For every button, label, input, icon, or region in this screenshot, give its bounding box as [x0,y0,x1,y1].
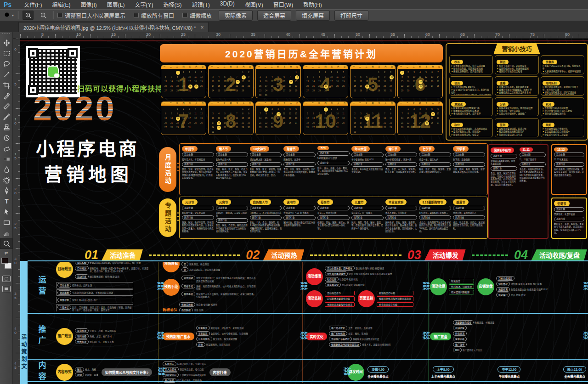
tool-hand[interactable] [0,228,13,238]
menu-item[interactable]: 视图(V) [240,0,268,8]
checkbox-缩放所有窗口[interactable]: 缩放所有窗口 [134,11,174,19]
industry-tag: 适用行业 [216,162,248,167]
branch-text: 社群促单·社群转化 [339,278,358,281]
menu-item[interactable]: 3D(D) [215,0,240,8]
zoom-out-button[interactable] [38,11,49,20]
zoom-tool-icon[interactable]: ▾ [4,11,14,19]
branch-text: 推文预告、服务通知提醒 [213,338,237,341]
tool-brush[interactable] [0,112,13,122]
tool-history-brush[interactable] [0,133,13,143]
date-cell: 17 [388,79,394,84]
date-cell: 13 [228,79,234,84]
zoom-in-button[interactable] [23,11,34,20]
menu-item[interactable]: 帮助(H) [298,0,327,8]
branch: 老客促活会员短信、公众号模板消息、社群唤醒 [196,331,249,336]
tool-type[interactable]: T [0,196,13,207]
menu-item[interactable]: 窗口(W) [268,0,298,8]
date-cell: 3 [187,70,192,75]
date-cell: 14 [382,116,388,121]
calendar-month-12: 一二三四五六日121234567891011121314151617181920… [397,102,443,135]
date-blank [382,107,388,112]
tool-lasso[interactable] [0,59,13,69]
tool-gradient[interactable] [0,154,13,164]
button-适合屏幕[interactable]: 适合屏幕 [257,10,291,21]
menu-item[interactable]: 编辑(E) [47,0,75,8]
theme-tag: 活动主题 [317,151,350,156]
ruler-vertical[interactable]: 051015202530354045 [13,39,20,384]
foreground-color-swatch[interactable] [1,258,8,264]
tool-zoom[interactable] [0,238,13,249]
ruler-number: 40 [286,32,290,37]
screen-mode-icon[interactable] [2,286,11,292]
tool-pen[interactable] [0,186,13,196]
menu-item[interactable]: 滤镜(T) [187,0,215,8]
date-cell: 22 [175,84,181,89]
tool-eyedropper[interactable] [0,90,13,101]
weekday: 三 [318,66,320,68]
ruler-horizontal[interactable]: 5101520253035404550556065707580 [20,32,588,39]
fast-forward-icon: ≫≫≫≫≫≫ [157,282,164,290]
tool-move[interactable] [0,38,13,48]
date-cell: 23 [257,89,263,93]
branch-label: ROI [453,348,462,352]
tool-healing-brush[interactable] [0,101,13,112]
mindmap-cluster: 活动爆发活动全面放量，提升转化整点秒杀·限时折扣·满赠/满减预售商品尾款催付短信… [306,266,392,287]
weekday: 一 [353,66,355,68]
phase-dashes [149,254,240,256]
activity-name: 踏青节 [283,146,299,152]
tool-magic-wand[interactable] [0,69,13,80]
tool-eraser[interactable] [0,143,13,154]
industry-text: 食品、生鲜、家居百货等，结合年货囤货消费需求，推出年货爆款：坚果礼盒/零食/囤货… [182,168,214,180]
date-cell: 30 [382,89,388,93]
quick-mask-icon[interactable] [2,276,11,282]
document-tab-bar: 2020小程序电商营销地图.jpg @ 12.5% (扫码可以获得小程序扶持, … [0,21,588,32]
highlight-date: 15 [176,117,180,121]
tool-marquee[interactable] [0,48,13,59]
menu-item[interactable]: 图像(I) [75,0,102,8]
weekday: 三 [413,103,415,105]
document-canvas[interactable]: 扫码可以获得小程序扶持 2020 小程序电商 营销地图 2020营销日历&全年营… [20,39,588,384]
button-打印尺寸[interactable]: 打印尺寸 [334,10,368,21]
branches: 活动主题借势热点、品牌主张商品策划引流款/利润款/形象款，主推商品提前测款预算规… [56,282,133,312]
tool-clone-stamp[interactable] [0,122,13,133]
branch-text: 海报、短信提前预热造势；公众号推文预告利益点，引导提前加购 [196,285,256,291]
close-icon[interactable]: × [200,24,204,31]
date-blank [370,70,376,75]
document-tab[interactable]: 2020小程序电商营销地图.jpg @ 12.5% (扫码可以获得小程序扶持, … [18,22,209,32]
menu-item[interactable]: 文字(Y) [130,0,158,8]
tip-card: 秒杀➤设置整点秒杀爆品，拉升店铺流量➤秒杀商品限量，营造稀缺紧迫感➤搭配优惠券使… [449,55,493,74]
weekday: 一 [211,103,213,105]
palette-grip[interactable] [2,33,10,36]
node-页面监控: 页面监控 [358,290,375,307]
branch-label: 根据数据及时调整页面活动 [329,342,361,347]
button-填充屏幕[interactable]: 填充屏幕 [296,10,330,21]
menu-item[interactable]: 图层(L) [102,0,130,8]
bullet-icon: ➤ [497,68,498,70]
date-cell: 31 [388,89,394,93]
tip-card: 砍价➤砍价裂变拉新效果好，选高感知商品➤设置好友助力上限，控制成本➤砍至底价限时… [449,118,493,137]
tool-blur[interactable] [0,164,13,175]
tool-dodge[interactable] [0,175,13,186]
industry-tag: 适用行业 [317,161,350,165]
menu-item[interactable]: 选择(S) [158,0,187,8]
highlight-date: 18 [418,80,423,84]
planning-cell: 预热期推广蓄水新客裂变裂变海报、好友助力、老带新活动老客促活会员短信、公众号模板… [163,315,300,357]
weekday: 四 [324,66,326,68]
weekday: 一 [211,66,213,68]
date-cell: 17 [328,79,334,84]
tip-bullet: ➤签到页挂载活动入口引流 [497,134,537,136]
branch-text: 标题决定打开率，引发好奇心 [177,363,206,366]
column-divider [158,262,158,383]
industry-text: 各行业通用，回馈忠实老客，双12是年末最后一波大促活动，可借此清理库存尾品。 [554,168,584,177]
swap-colors-icon[interactable]: ⇄ [0,251,12,255]
button-实际像素[interactable]: 实际像素 [219,10,253,21]
branch: 预算规划营销工具+补贴+奖品+推广 [56,297,133,303]
tool-shape[interactable] [0,217,13,228]
menu-item[interactable]: 文件(F) [19,0,47,8]
tool-path-select[interactable] [0,207,13,217]
date-cell: 27 [376,125,382,130]
checkbox-调整窗口大小以满屏显示[interactable]: 调整窗口大小以满屏显示 [57,11,125,19]
highlight-date: 8 [295,75,299,79]
checkbox-细微缩放[interactable]: 细微缩放 [182,11,212,19]
tool-crop[interactable] [0,80,13,90]
